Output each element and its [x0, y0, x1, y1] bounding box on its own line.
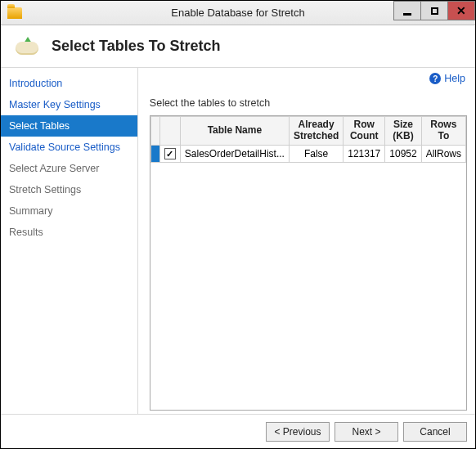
sidebar-item-master-key-settings[interactable]: Master Key Settings — [1, 94, 137, 115]
wizard-header: Select Tables To Stretch — [1, 25, 475, 68]
maximize-button[interactable] — [420, 1, 448, 20]
app-folder-icon — [7, 7, 22, 19]
wizard-body: Introduction Master Key Settings Select … — [1, 68, 475, 414]
wizard-sidebar: Introduction Master Key Settings Select … — [1, 68, 138, 414]
col-size-kb[interactable]: Size (KB) — [385, 117, 421, 146]
col-table-name[interactable]: Table Name — [180, 117, 289, 146]
table-row[interactable]: SalesOrderDetailHist... False 121317 109… — [150, 145, 465, 163]
previous-button[interactable]: < Previous — [266, 422, 330, 442]
table-header-row: Table Name Already Stretched Row Count S… — [150, 117, 465, 146]
col-row-selector — [150, 117, 159, 146]
help-icon: ? — [429, 73, 441, 84]
stretch-cloud-icon — [14, 37, 40, 56]
window-titlebar: Enable Database for Stretch ✕ — [1, 1, 475, 25]
sidebar-item-introduction[interactable]: Introduction — [1, 73, 137, 94]
row-checkbox-cell[interactable] — [159, 145, 180, 163]
sidebar-item-select-tables[interactable]: Select Tables — [1, 115, 137, 137]
sidebar-item-select-azure-server: Select Azure Server — [1, 158, 137, 179]
col-checkbox — [159, 117, 180, 146]
page-title: Select Tables To Stretch — [52, 38, 220, 55]
help-label: Help — [444, 73, 465, 84]
cell-table-name: SalesOrderDetailHist... — [180, 145, 289, 163]
next-button[interactable]: Next > — [335, 422, 398, 442]
col-already-stretched[interactable]: Already Stretched — [289, 117, 343, 146]
cell-row-count: 121317 — [344, 145, 385, 163]
cell-size-kb: 10952 — [385, 145, 421, 163]
row-selector[interactable] — [150, 145, 159, 163]
col-row-count[interactable]: Row Count — [344, 117, 385, 146]
cell-rows-to: AllRows — [421, 145, 465, 163]
instruction-text: Select the tables to stretch — [150, 97, 467, 109]
cell-already-stretched: False — [289, 145, 343, 163]
tables-grid: Table Name Already Stretched Row Count S… — [150, 115, 467, 411]
row-checkbox[interactable] — [164, 148, 176, 159]
sidebar-item-summary: Summary — [1, 200, 137, 222]
col-rows-to[interactable]: Rows To — [421, 117, 465, 146]
window-controls: ✕ — [394, 1, 475, 20]
help-link[interactable]: ? Help — [429, 73, 465, 84]
close-button[interactable]: ✕ — [447, 1, 475, 20]
wizard-main: ? Help Select the tables to stretch Tabl… — [138, 68, 475, 414]
wizard-footer: < Previous Next > Cancel — [1, 414, 475, 448]
sidebar-item-validate-source-settings[interactable]: Validate Source Settings — [1, 137, 137, 158]
minimize-button[interactable] — [393, 1, 421, 20]
cancel-button[interactable]: Cancel — [403, 422, 467, 442]
sidebar-item-results: Results — [1, 222, 137, 243]
sidebar-item-stretch-settings: Stretch Settings — [1, 179, 137, 200]
